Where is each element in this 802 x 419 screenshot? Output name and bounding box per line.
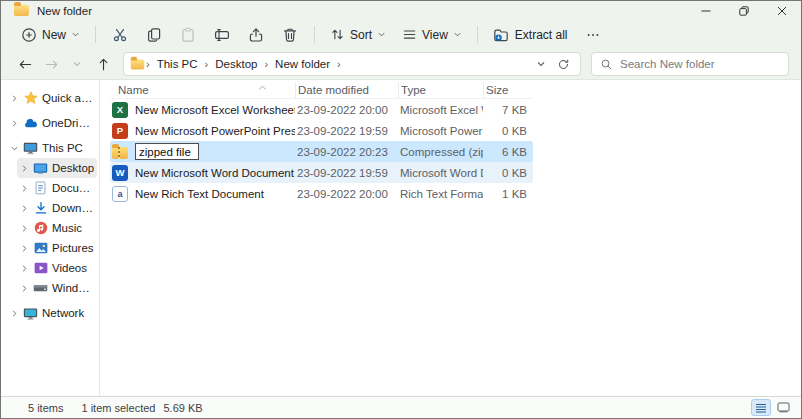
sort-button[interactable]: Sort [322,24,394,45]
cut-button[interactable] [105,23,135,47]
window-controls [687,1,801,20]
sidebar-item-music[interactable]: Music [17,218,97,238]
sort-ascending-icon [258,82,267,94]
chevron-right-icon[interactable] [19,264,29,273]
file-row-zipped-selected[interactable]: 23-09-2022 20:23 Compressed (zipped)... … [110,141,533,162]
sidebar-item-pictures[interactable]: Pictures [17,238,97,258]
sidebar-item-this-pc[interactable]: This PC [7,138,97,158]
more-icon [585,27,601,43]
sidebar-item-label: Windows-SSD (C:) [52,282,95,294]
sidebar-item-videos[interactable]: Videos [17,258,97,278]
status-bar: 5 items 1 item selected 5.69 KB [1,396,801,418]
title-bar: New folder [1,1,801,20]
breadcrumb-this-pc[interactable]: This PC [151,56,204,72]
column-headers: Name Date modified Type Size [110,82,533,99]
this-pc-monitor-icon [23,141,38,155]
file-type: Microsoft Excel Work... [398,104,483,116]
see-more-button[interactable] [578,23,608,47]
search-input[interactable] [620,58,780,70]
file-date-modified: 23-09-2022 19:59 [295,125,398,137]
search-box[interactable] [591,52,789,76]
navigation-pane: Quick access OneDrive - Personal This PC… [1,80,100,396]
details-view-icon [755,403,767,413]
breadcrumb-desktop[interactable]: Desktop [209,56,263,72]
view-icon [402,27,417,42]
chevron-right-icon[interactable] [9,119,19,128]
breadcrumb-separator-icon [336,58,342,70]
sidebar-item-quick-access[interactable]: Quick access [7,88,97,108]
new-button-label: New [42,28,66,42]
chevron-down-icon[interactable] [9,144,19,153]
rtf-file-icon [112,186,128,202]
extract-all-button[interactable]: Extract all [485,24,576,46]
close-button[interactable] [763,1,801,20]
file-size: 6 KB [483,146,533,158]
address-dropdown-button[interactable] [530,54,552,74]
recent-locations-button[interactable] [65,52,89,76]
chevron-right-icon[interactable] [19,284,29,293]
music-icon [33,221,48,235]
rename-button[interactable] [207,23,237,47]
extract-all-icon [493,27,510,43]
large-icons-view-toggle[interactable] [773,399,793,416]
chevron-right-icon[interactable] [19,184,29,193]
toolbar-separator [314,26,315,43]
refresh-button[interactable] [552,54,574,74]
column-header-type[interactable]: Type [398,82,483,98]
items-count: 5 items [28,402,63,414]
onedrive-cloud-icon [23,116,38,131]
toolbar-separator [477,26,478,43]
file-type: Rich Text Format [398,188,483,200]
chevron-right-icon[interactable] [19,204,29,213]
folder-icon [14,5,29,16]
file-row-powerpoint[interactable]: New Microsoft PowerPoint Presentation 23… [110,120,533,141]
videos-icon [33,262,48,274]
copy-button[interactable] [139,23,169,47]
sidebar-item-onedrive[interactable]: OneDrive - Personal [7,113,97,133]
chevron-right-icon[interactable] [9,94,19,103]
breadcrumb-new-folder[interactable]: New folder [269,56,336,72]
sidebar-item-label: Pictures [52,242,94,254]
file-date-modified: 23-09-2022 20:23 [295,146,398,158]
delete-button[interactable] [275,23,305,47]
column-header-size[interactable]: Size [483,82,533,98]
sidebar-item-desktop[interactable]: Desktop [17,158,97,178]
file-row-excel[interactable]: New Microsoft Excel Worksheet 23-09-2022… [110,99,533,120]
file-row-rtf[interactable]: New Rich Text Document 23-09-2022 20:00 … [110,183,533,204]
documents-icon [33,181,48,195]
sidebar-item-network[interactable]: Network [7,303,97,323]
arrow-left-icon [18,57,33,72]
rename-icon [214,27,230,43]
chevron-right-icon[interactable] [19,164,29,173]
rename-input[interactable] [135,143,199,160]
address-bar[interactable]: This PC Desktop New folder [123,52,581,76]
column-header-date-modified[interactable]: Date modified [295,82,398,98]
sidebar-item-label: Network [42,307,84,319]
chevron-right-icon[interactable] [19,244,29,253]
chevron-down-icon [377,30,386,39]
new-button[interactable]: New [13,24,88,46]
forward-button[interactable] [39,52,63,76]
back-button[interactable] [13,52,37,76]
chevron-right-icon[interactable] [9,309,19,318]
sidebar-item-windows-ssd[interactable]: Windows-SSD (C:) [17,278,97,298]
chevron-right-icon[interactable] [19,224,29,233]
refresh-icon [557,58,570,71]
sidebar-item-downloads[interactable]: Downloads [17,198,97,218]
arrow-right-icon [44,57,59,72]
minimize-button[interactable] [687,1,725,20]
view-button[interactable]: View [394,24,470,45]
sidebar-item-label: Downloads [52,202,95,214]
sidebar-item-documents[interactable]: Documents [17,178,97,198]
up-button[interactable] [91,52,115,76]
new-plus-icon [21,27,37,43]
file-list: Name Date modified Type Size New Microso… [110,82,533,204]
details-view-toggle[interactable] [751,399,771,416]
arrow-up-icon [96,57,111,72]
restore-button[interactable] [725,1,763,20]
paste-button[interactable] [173,23,203,47]
column-header-name[interactable]: Name [110,82,295,98]
chevron-down-icon [72,59,82,69]
share-button[interactable] [241,23,271,47]
file-row-word[interactable]: New Microsoft Word Document 23-09-2022 1… [110,162,533,183]
